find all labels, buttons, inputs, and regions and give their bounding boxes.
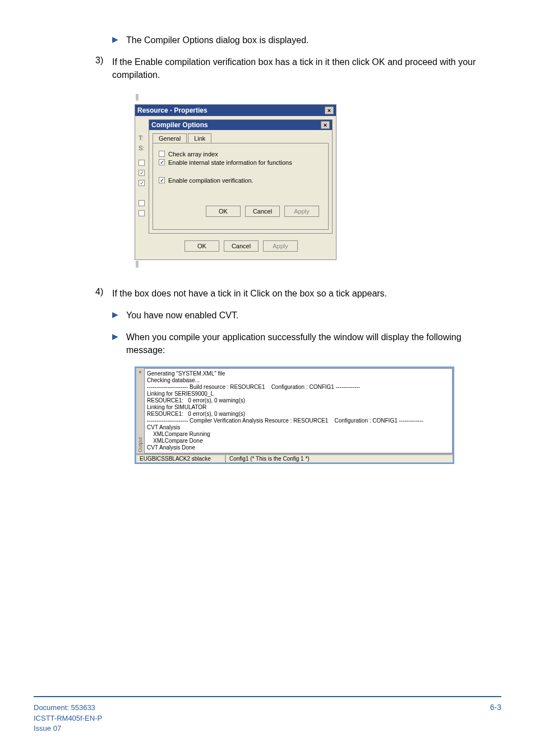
step-number: 4) xyxy=(95,287,112,297)
output-side-label: Output xyxy=(137,437,143,452)
ok-button[interactable]: OK xyxy=(185,240,219,252)
checkbox[interactable] xyxy=(139,200,145,206)
apply-button[interactable]: Apply xyxy=(263,240,298,252)
outer-dialog-title: Resource - Properties xyxy=(137,106,207,114)
close-icon[interactable]: × xyxy=(139,369,141,375)
cancel-button[interactable]: Cancel xyxy=(224,240,259,252)
page-number: 6-3 xyxy=(490,703,501,734)
left-label: T: xyxy=(139,133,146,143)
checkbox[interactable]: ✓ xyxy=(139,170,145,176)
bullet-text: When you compile your application succes… xyxy=(126,331,485,356)
checkbox-check-array[interactable] xyxy=(159,151,165,157)
label-enable-compile: Enable compilation verification. xyxy=(168,177,253,184)
ok-button[interactable]: OK xyxy=(206,206,241,217)
bullet-text: You have now enabled CVT. xyxy=(126,309,238,322)
checkbox[interactable] xyxy=(139,160,145,166)
label-enable-internal: Enable internal state information for fu… xyxy=(168,159,292,166)
checkbox-enable-internal[interactable]: ✓ xyxy=(159,159,165,165)
bullet-text: The Compiler Options dialog box is displ… xyxy=(126,34,309,47)
step-text: If the Enable compilation verification b… xyxy=(112,55,485,81)
dialog-screenshot: Resource - Properties × T: S: ✓ ✓ xyxy=(135,93,485,271)
output-screenshot: × Output Generating "SYSTEM.XML" file Ch… xyxy=(135,367,454,464)
footer-code: ICSTT-RM405f-EN-P xyxy=(34,713,102,723)
triangle-bullet-icon: ▶ xyxy=(112,332,118,341)
tab-link[interactable]: Link xyxy=(188,133,211,143)
close-icon[interactable]: × xyxy=(325,106,334,114)
inner-dialog-title: Compiler Options xyxy=(151,121,208,129)
tab-general[interactable]: General xyxy=(153,133,187,143)
page-footer: Document: 553633 ICSTT-RM405f-EN-P Issue… xyxy=(34,696,501,734)
triangle-bullet-icon: ▶ xyxy=(112,310,118,319)
label-check-array: Check array index xyxy=(168,151,218,157)
status-right: Config1 (* This is the Config 1 *) xyxy=(225,454,453,463)
footer-doc: Document: 553633 xyxy=(34,703,102,713)
apply-button[interactable]: Apply xyxy=(284,206,319,217)
output-log: Generating "SYSTEM.XML" file Checking da… xyxy=(144,368,453,453)
triangle-bullet-icon: ▶ xyxy=(112,35,118,44)
close-icon[interactable]: × xyxy=(321,121,330,129)
checkbox[interactable]: ✓ xyxy=(139,180,145,186)
step-number: 3) xyxy=(95,55,112,66)
status-left: EUGBICSSBLACK2 sblacke xyxy=(136,454,225,463)
left-label: S: xyxy=(139,143,146,153)
cancel-button[interactable]: Cancel xyxy=(245,206,280,217)
step-text: If the box does not have a tick in it Cl… xyxy=(112,287,387,300)
checkbox-enable-compile[interactable]: ✓ xyxy=(159,177,165,183)
checkbox[interactable] xyxy=(139,210,145,216)
footer-issue: Issue 07 xyxy=(34,723,102,734)
